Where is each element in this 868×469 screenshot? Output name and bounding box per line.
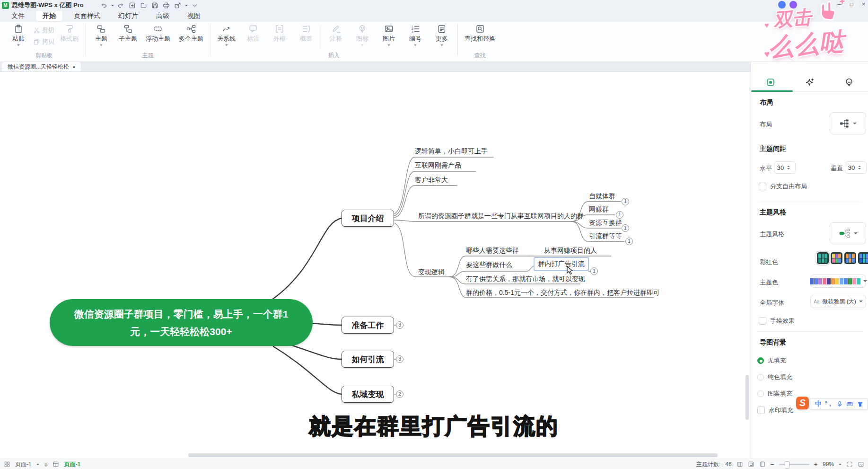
topic-node[interactable]: 有了供需关系，那就有市场，就可以变现 [466, 274, 585, 283]
branch-node-project-intro[interactable]: 项目介绍 [342, 210, 394, 227]
callout-button[interactable]: 标注 [241, 22, 265, 43]
picture-button[interactable]: 图片 [377, 22, 401, 47]
page-tab[interactable]: 页面-1 [15, 460, 32, 469]
panel-tab-sticker[interactable] [829, 73, 868, 91]
undo-caret-icon[interactable] [111, 5, 114, 8]
topic-node[interactable]: 自媒体群 [589, 192, 615, 200]
ime-chinese-mode[interactable]: 中 [815, 400, 822, 408]
minimize-button[interactable]: ─ [837, 1, 842, 8]
format-painter-button[interactable]: 格式刷 [57, 22, 81, 43]
user-avatar[interactable] [778, 1, 786, 9]
zoom-caret-icon[interactable] [839, 464, 842, 467]
collapsed-count-badge[interactable]: 1 [622, 198, 629, 205]
topic-node[interactable]: 从事网赚项目的人 [544, 246, 597, 255]
menu-tab-file[interactable]: 文件 [5, 11, 31, 21]
redo-icon[interactable] [117, 1, 125, 9]
branch-node-private-domain[interactable]: 私域变现 [342, 386, 394, 403]
page-tab-caret-icon[interactable] [36, 464, 39, 467]
close-button[interactable]: × [862, 1, 865, 8]
page-list-icon[interactable] [53, 461, 59, 468]
menu-tab-advanced[interactable]: 高级 [149, 11, 176, 21]
document-tab[interactable]: 微信资源圈...天轻轻松松 ● [2, 62, 81, 71]
add-page-button[interactable]: + [44, 460, 48, 469]
stepper-arrows-icon[interactable] [858, 164, 861, 171]
zoom-out-button[interactable]: − [771, 460, 774, 468]
print-icon[interactable] [162, 1, 171, 9]
collapsed-count-badge[interactable]: 2 [396, 390, 403, 398]
relationship-button[interactable]: 关系线 [214, 22, 238, 47]
bg-pattern-radio[interactable]: 图案填充 [757, 389, 792, 398]
subtopic-button[interactable]: 子主题 [116, 22, 140, 43]
panel-tab-style[interactable] [751, 73, 790, 91]
cut-button[interactable]: 剪切 [33, 26, 54, 35]
skin-tshirt-icon[interactable] [857, 401, 864, 407]
theme-style-dropdown[interactable] [830, 222, 866, 244]
zoom-slider[interactable] [779, 464, 809, 465]
menu-tab-slides[interactable]: 幻灯片 [112, 11, 145, 21]
share-icon[interactable] [174, 1, 182, 9]
find-replace-button[interactable]: 查找和替换 [462, 22, 498, 43]
menu-tab-view[interactable]: 视图 [181, 11, 207, 21]
summary-button[interactable]: 概要 [294, 22, 318, 43]
topic-node[interactable]: 互联网刚需产品 [415, 161, 461, 169]
multiple-topics-button[interactable]: 多个主题 [176, 22, 206, 43]
keyboard-icon[interactable] [846, 401, 853, 407]
slideshow-icon[interactable] [748, 461, 754, 468]
ime-punctuation-icon[interactable]: °， [825, 400, 833, 408]
collapsed-count-badge[interactable]: 3 [396, 355, 403, 363]
outline-view-icon[interactable] [736, 461, 743, 468]
topic-node[interactable]: 变现逻辑 [418, 267, 445, 276]
topic-node[interactable]: 网赚群 [589, 205, 609, 213]
collapsed-count-badge[interactable]: 3 [396, 321, 403, 329]
fullscreen-icon[interactable] [858, 461, 864, 468]
bg-none-radio[interactable]: 无填充 [757, 356, 786, 365]
topic-node[interactable]: 要这些群做什么 [466, 260, 512, 269]
zoom-in-button[interactable]: + [814, 460, 818, 468]
copy-button[interactable]: 拷贝 [33, 37, 54, 46]
comment-button[interactable]: 注释 [324, 22, 348, 43]
horizontal-spacing-input[interactable] [774, 164, 787, 171]
topic-node[interactable]: 逻辑简单，小白即可上手 [415, 147, 488, 155]
boundary-button[interactable]: 外框 [268, 22, 291, 43]
vertical-spacing-input[interactable] [845, 164, 858, 171]
more-button[interactable]: 更多 [430, 22, 454, 47]
selected-topic-node[interactable]: 群内打广告引流 [534, 257, 589, 271]
topic-button[interactable]: 主题 [89, 22, 113, 47]
branch-node-preparation[interactable]: 准备工作 [342, 317, 394, 334]
handdrawn-checkbox[interactable]: 手绘效果 [759, 317, 795, 325]
panel-tab-ai[interactable] [790, 73, 830, 91]
theme-color-dropdown[interactable] [810, 274, 866, 288]
fit-screen-icon[interactable] [846, 461, 853, 468]
sogou-logo-icon[interactable]: S [796, 397, 809, 409]
toolbar-more-icon[interactable] [191, 1, 199, 9]
zoom-slider-thumb[interactable] [785, 461, 789, 469]
vertical-scrollbar[interactable] [745, 375, 749, 420]
rainbow-swatch-3[interactable] [844, 252, 856, 264]
global-font-dropdown[interactable]: Aa 微软雅黑 (大) [810, 295, 866, 308]
stepper-arrows-icon[interactable] [787, 164, 790, 171]
pages-grid-icon[interactable] [4, 461, 10, 468]
free-layout-checkbox[interactable]: 分支自由布局 [759, 182, 807, 191]
new-file-icon[interactable] [128, 1, 137, 9]
collapsed-count-badge[interactable]: 1 [625, 238, 633, 245]
collapsed-count-badge[interactable]: 1 [590, 267, 598, 275]
topic-node[interactable]: 引流群等等 [589, 231, 622, 240]
menu-tab-page-style[interactable]: 页面样式 [67, 11, 107, 21]
bg-watermark-checkbox[interactable]: 水印填充 [757, 406, 793, 415]
rainbow-swatch-1[interactable] [817, 252, 829, 264]
topic-node[interactable]: 群的价格，0.5-1元一个，交付方式，你在群内，把客户拉进群即可 [466, 288, 660, 297]
topic-node[interactable]: 哪些人需要这些群 [466, 246, 519, 255]
layout-dropdown[interactable] [830, 112, 866, 134]
topic-node[interactable]: 客户非常大 [415, 176, 448, 184]
paste-button[interactable]: 粘贴 [7, 22, 30, 47]
microphone-icon[interactable] [836, 401, 843, 407]
horizontal-scrollbar[interactable] [188, 453, 718, 457]
floating-topic-button[interactable]: 浮动主题 [143, 22, 173, 43]
root-topic-node[interactable]: 微信资源圈子群项目，零门槛，易上手，一个群1元，一天轻轻松松300+ [50, 299, 313, 346]
branch-node-traffic[interactable]: 如何引流 [342, 351, 394, 368]
share-caret-icon[interactable] [185, 5, 188, 8]
maximize-button[interactable]: □ [850, 1, 853, 8]
icon-button[interactable]: 图标 [351, 22, 374, 47]
account-icon[interactable] [789, 1, 797, 9]
collapsed-count-badge[interactable]: 1 [616, 211, 623, 219]
